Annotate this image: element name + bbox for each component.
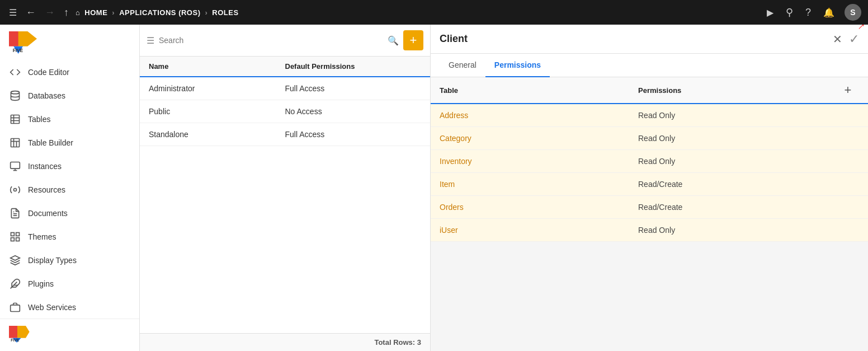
sidebar-item-web-services[interactable]: Web Services [0, 296, 139, 319]
sidebar-item-table-builder[interactable]: Table Builder [0, 131, 139, 155]
save-button[interactable]: ✓ ↑ [849, 32, 859, 46]
table-row[interactable]: Public No Access [140, 100, 430, 123]
detail-actions: ✕ ✓ ↑ [833, 32, 859, 46]
row-name: Public [149, 107, 285, 116]
notification-button[interactable]: 🔔 [821, 5, 837, 20]
detail-header: Client ✕ ✓ ↑ [431, 25, 868, 54]
perm-row[interactable]: Item Read/Create [431, 173, 868, 196]
detail-tabs: General Permissions [431, 54, 868, 77]
perm-row[interactable]: Orders Read/Create [431, 196, 868, 219]
documents-icon [9, 207, 21, 219]
forward-icon: → [45, 7, 55, 18]
svg-rect-5 [11, 115, 20, 124]
svg-marker-23 [11, 256, 20, 260]
close-button[interactable]: ✕ [833, 32, 842, 46]
sidebar-label-plugins: Plugins [28, 279, 54, 288]
sidebar-item-display-types[interactable]: Display Types [0, 249, 139, 272]
sidebar-item-plugins[interactable]: Plugins [0, 272, 139, 296]
footer-logo: FIVE [9, 326, 37, 343]
menu-button[interactable]: ☰ [7, 5, 19, 20]
sidebar-item-databases[interactable]: Databases [0, 84, 139, 107]
user-avatar[interactable]: S [845, 4, 861, 21]
save-check-icon: ✓ [849, 32, 859, 46]
back-icon: ← [26, 7, 36, 18]
help-button[interactable]: ? [803, 4, 813, 21]
add-role-button[interactable]: + [403, 30, 423, 50]
display-types-icon [9, 254, 21, 266]
main-layout: FIVE Code Editor Databases [0, 25, 868, 351]
total-rows-label: Total Rows: 3 [374, 338, 421, 347]
sidebar-label-web-services: Web Services [28, 303, 76, 312]
breadcrumb-roles: ROLES [212, 8, 238, 17]
breadcrumb-applications[interactable]: APPLICATIONS (ROS) [119, 8, 200, 17]
svg-rect-21 [11, 238, 15, 241]
help-icon: ? [805, 7, 811, 18]
svg-text:FIVE: FIVE [11, 338, 19, 342]
instances-icon [9, 160, 21, 172]
code-editor-icon [9, 66, 21, 78]
perm-value: Read Only [638, 134, 837, 143]
tab-permissions[interactable]: Permissions [485, 54, 550, 77]
column-permissions-header: Default Permissions [285, 62, 422, 71]
add-permission-button[interactable]: + [837, 83, 859, 97]
breadcrumb-sep2: › [205, 8, 207, 17]
permissions-table: Table Permissions + Address Read Only Ca… [431, 77, 868, 351]
row-name: Standalone [149, 130, 285, 139]
menu-icon: ☰ [9, 8, 17, 17]
plugins-icon [9, 278, 21, 290]
tab-permissions-label: Permissions [494, 60, 541, 69]
up-button[interactable]: ↑ [62, 4, 71, 21]
search-nav-button[interactable]: ⚲ [784, 4, 795, 21]
sidebar-label-display-types: Display Types [28, 256, 77, 265]
list-footer: Total Rows: 3 [140, 333, 430, 351]
detail-panel: Client ✕ ✓ ↑ General [431, 25, 868, 351]
web-services-icon [9, 301, 21, 313]
table-row[interactable]: Standalone Full Access [140, 123, 430, 146]
sidebar-logo: FIVE [0, 25, 139, 60]
svg-marker-29 [17, 326, 30, 338]
search-input[interactable] [159, 36, 383, 45]
sidebar-label-instances: Instances [28, 162, 62, 171]
sidebar-item-instances[interactable]: Instances [0, 155, 139, 178]
themes-icon [9, 231, 21, 243]
up-icon: ↑ [64, 7, 69, 18]
perm-table-name: Inventory [440, 157, 638, 166]
perm-table-name: Item [440, 180, 638, 189]
tab-general[interactable]: General [440, 54, 485, 77]
sidebar-label-themes: Themes [28, 232, 56, 241]
sidebar-item-tables[interactable]: Tables [0, 107, 139, 131]
sidebar-item-documents[interactable]: Documents [0, 202, 139, 225]
sidebar-label-documents: Documents [28, 209, 68, 218]
resources-icon [9, 184, 21, 196]
svg-rect-26 [11, 305, 20, 312]
svg-rect-19 [11, 233, 15, 236]
nav-right: ▶ ⚲ ? 🔔 S [765, 4, 861, 21]
perm-row[interactable]: iUser Read Only [431, 219, 868, 242]
svg-rect-13 [11, 162, 20, 169]
perm-table-name: Category [440, 134, 638, 143]
back-button[interactable]: ← [23, 4, 38, 21]
column-name-header: Name [149, 62, 285, 71]
five-logo-svg: FIVE [9, 31, 37, 54]
breadcrumb: ⌂ HOME › APPLICATIONS (ROS) › ROLES [76, 8, 239, 17]
breadcrumb-home[interactable]: HOME [84, 8, 107, 17]
filter-button[interactable]: ☰ [147, 35, 154, 46]
sidebar-item-code-editor[interactable]: Code Editor [0, 60, 139, 84]
table-row[interactable]: Administrator Full Access [140, 77, 430, 100]
svg-marker-1 [18, 31, 37, 46]
svg-point-16 [14, 189, 17, 191]
sidebar-item-resources[interactable]: Resources [0, 178, 139, 202]
play-button[interactable]: ▶ [765, 5, 776, 20]
sidebar-nav: Code Editor Databases Tables [0, 60, 139, 319]
perm-row[interactable]: Inventory Read Only [431, 150, 868, 173]
perm-value: Read/Create [638, 203, 837, 212]
list-panel: ☰ 🔍 + Name Default Permissions Administr… [140, 25, 431, 351]
search-button[interactable]: 🔍 [388, 35, 399, 46]
row-permissions: No Access [285, 107, 422, 116]
perm-row[interactable]: Address Read Only [431, 104, 868, 127]
perm-row[interactable]: Category Read Only [431, 127, 868, 150]
perm-table-name: Address [440, 111, 638, 120]
sidebar-item-themes[interactable]: Themes [0, 225, 139, 249]
sidebar-label-table-builder: Table Builder [28, 138, 73, 147]
forward-button[interactable]: → [43, 4, 57, 21]
